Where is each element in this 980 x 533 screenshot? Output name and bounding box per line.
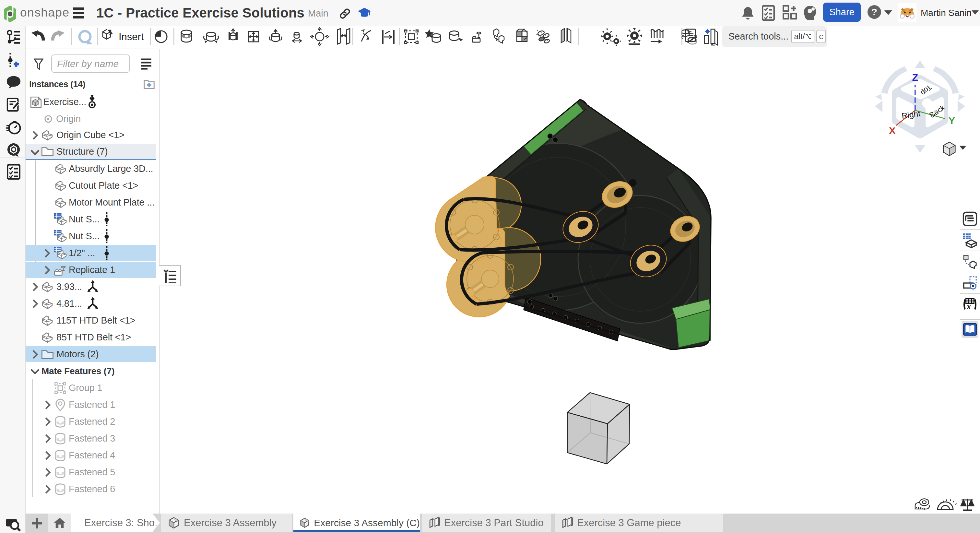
- svg-text:?: ?: [872, 6, 877, 17]
- svg-text:X: X: [889, 125, 896, 136]
- svg-text:Insert: Insert: [119, 31, 144, 43]
- svg-text:x: x: [966, 302, 970, 311]
- svg-text:Z: Z: [912, 72, 918, 83]
- svg-text:Y: Y: [948, 115, 955, 126]
